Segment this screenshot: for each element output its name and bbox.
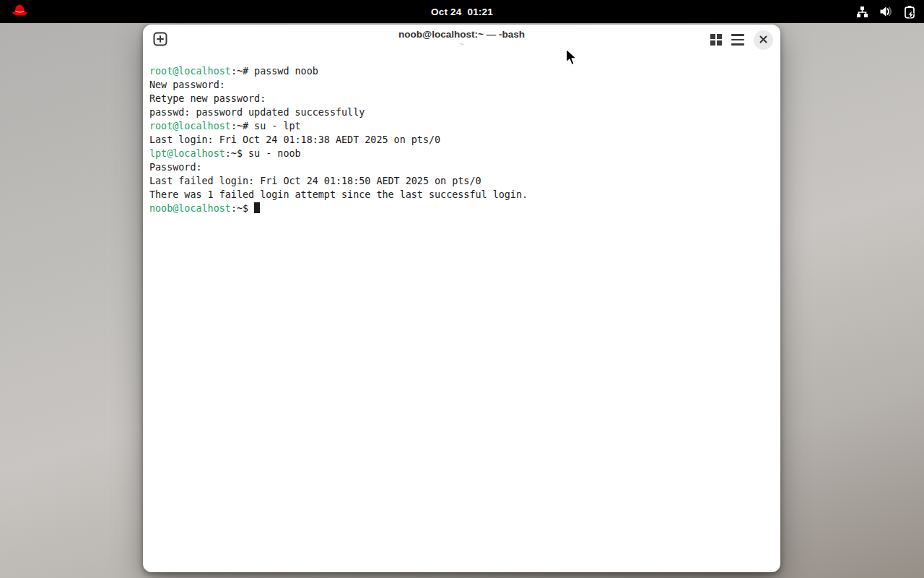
- system-tray[interactable]: [856, 0, 915, 23]
- plus-square-icon: [153, 32, 167, 48]
- window-title-area: noob@localhost:~ — -bash ~: [230, 28, 694, 49]
- terminal-text: Password:: [149, 162, 202, 173]
- terminal-line: Retype new password:: [149, 92, 774, 105]
- network-wired-icon: [856, 6, 868, 18]
- prompt-text: root@localhost: [149, 121, 231, 131]
- terminal-line: Last failed login: Fri Oct 24 01:18:50 A…: [149, 174, 774, 188]
- terminal-text: Retype new password:: [149, 93, 266, 104]
- new-tab-button[interactable]: [152, 32, 168, 48]
- terminal-text: There was 1 failed login attempt since t…: [149, 189, 528, 200]
- terminal-line: New password:: [149, 78, 774, 92]
- terminal-window: noob@localhost:~ — -bash ~ root@localhos…: [143, 25, 780, 572]
- prompt-text: root@localhost: [149, 66, 231, 77]
- terminal-cursor: [254, 202, 260, 213]
- hamburger-menu-icon: [731, 34, 744, 45]
- terminal-text: :~$ su - noob: [225, 148, 301, 159]
- terminal-line: root@localhost:~# passwd noob: [149, 64, 774, 78]
- prompt-text: lpt@localhost: [149, 148, 225, 159]
- speaker-volume-icon: [879, 6, 893, 17]
- window-headerbar[interactable]: noob@localhost:~ — -bash ~: [143, 25, 780, 55]
- terminal-line: Last login: Fri Oct 24 01:18:38 AEDT 202…: [149, 133, 774, 147]
- window-title: noob@localhost:~ — -bash: [230, 28, 694, 40]
- menu-button[interactable]: [731, 34, 744, 45]
- terminal-text: New password:: [149, 79, 225, 90]
- terminal-line: There was 1 failed login attempt since t…: [149, 188, 774, 202]
- close-button[interactable]: [754, 30, 773, 50]
- top-bar: Oct 24 01:21: [0, 0, 924, 23]
- terminal-line: lpt@localhost:~$ su - noob: [149, 147, 774, 160]
- clock[interactable]: Oct 24 01:21: [0, 0, 924, 23]
- terminal-line: passwd: password updated successfully: [149, 105, 774, 119]
- terminal-text: :~# passwd noob: [231, 66, 318, 77]
- terminal-text: passwd: password updated successfully: [149, 107, 365, 118]
- close-x-icon: [759, 35, 767, 46]
- battery-charging-icon: [904, 5, 915, 19]
- terminal-text: :~$: [231, 203, 254, 214]
- terminal-text: :~# su - lpt: [231, 121, 301, 131]
- terminal-line: Password:: [149, 160, 774, 174]
- terminal-output[interactable]: root@localhost:~# passwd noobNew passwor…: [143, 55, 780, 215]
- grid-2x2-icon: [710, 34, 722, 46]
- window-subtitle: ~: [230, 40, 694, 49]
- prompt-text: noob@localhost: [149, 203, 231, 214]
- terminal-line: noob@localhost:~$: [149, 202, 774, 215]
- terminal-text: Last login: Fri Oct 24 01:18:38 AEDT 202…: [149, 134, 440, 145]
- tab-overview-button[interactable]: [710, 34, 722, 46]
- terminal-line: root@localhost:~# su - lpt: [149, 119, 774, 133]
- terminal-text: Last failed login: Fri Oct 24 01:18:50 A…: [149, 176, 481, 186]
